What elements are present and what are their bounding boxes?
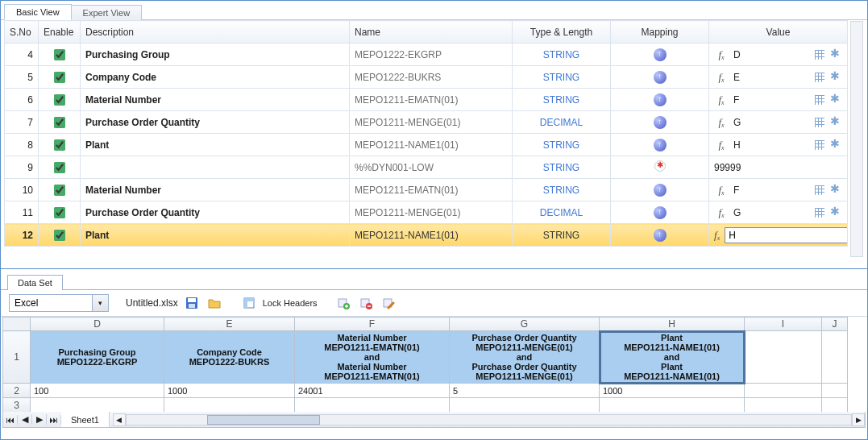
hscroll-left-icon[interactable]: ◀ xyxy=(113,413,126,426)
table-row[interactable]: 7Purchase Order QuantityMEPO1211-MENGE(0… xyxy=(5,111,848,134)
sheet-prev-icon[interactable]: ◀ xyxy=(18,414,32,425)
col-sno[interactable]: S.No xyxy=(5,21,39,44)
sheet-data-cell[interactable]: 1000 xyxy=(164,384,295,398)
table-row[interactable]: 6Material NumberMEPO1211-EMATN(01)STRING… xyxy=(5,89,848,111)
table-row[interactable]: 8PlantMEPO1211-NAME1(01)STRINGH xyxy=(5,134,848,156)
fx-icon[interactable] xyxy=(714,71,729,84)
type-link[interactable]: STRING xyxy=(543,49,579,60)
sheet-corner[interactable] xyxy=(3,318,31,331)
enable-checkbox[interactable] xyxy=(54,139,65,151)
lock-headers-label[interactable]: Lock Headers xyxy=(263,298,318,308)
lock-headers-icon[interactable] xyxy=(240,294,258,312)
enable-checkbox[interactable] xyxy=(54,162,65,173)
lookup-grid-icon[interactable] xyxy=(813,206,826,219)
sheet-header-cell[interactable]: Material NumberMEPO1211-EMATN(01)andMate… xyxy=(295,331,450,384)
value-input[interactable] xyxy=(725,227,847,243)
sheet-data-cell[interactable]: 5 xyxy=(450,384,600,398)
add-row-icon[interactable] xyxy=(334,294,352,312)
type-link[interactable]: STRING xyxy=(543,185,579,196)
source-type-combo[interactable]: ▾ xyxy=(9,294,109,312)
rowhdr-1[interactable]: 1 xyxy=(3,331,31,384)
sheet-data-cell[interactable]: 100 xyxy=(31,384,164,398)
settings-gear-icon[interactable] xyxy=(829,206,842,219)
arrow-up-icon[interactable] xyxy=(654,116,667,129)
hscroll-right-icon[interactable]: ▶ xyxy=(852,413,865,426)
sheet-data-cell[interactable] xyxy=(745,384,822,398)
delete-row-icon[interactable] xyxy=(357,294,375,312)
sheet-data-cell[interactable]: 1000 xyxy=(600,384,745,398)
error-icon[interactable] xyxy=(654,160,666,172)
table-row[interactable]: 9%%DYN001-LOWSTRING99999 xyxy=(5,156,848,179)
table-row[interactable]: 12PlantMEPO1211-NAME1(01)STRING▾ xyxy=(5,224,848,247)
arrow-up-icon[interactable] xyxy=(654,139,667,152)
rowhdr-3[interactable]: 3 xyxy=(3,398,31,413)
table-row[interactable]: 10Material NumberMEPO1211-EMATN(01)STRIN… xyxy=(5,179,848,201)
arrow-up-icon[interactable] xyxy=(654,48,667,61)
arrow-up-icon[interactable] xyxy=(654,206,667,219)
fx-icon[interactable] xyxy=(714,206,729,219)
type-link[interactable]: DECIMAL xyxy=(540,117,583,128)
table-row[interactable]: 5Company CodeMEPO1222-BUKRSSTRINGE xyxy=(5,66,848,89)
tab-basic-view[interactable]: Basic View xyxy=(4,4,72,20)
tab-data-set[interactable]: Data Set xyxy=(7,275,63,290)
sheet-header-cell[interactable]: Company CodeMEPO1222-BUKRS xyxy=(164,331,295,384)
settings-gear-icon[interactable] xyxy=(829,116,842,129)
col-value[interactable]: Value xyxy=(709,21,848,44)
lookup-grid-icon[interactable] xyxy=(813,139,826,152)
fx-icon[interactable] xyxy=(714,229,720,242)
sheet-last-icon[interactable]: ⏭ xyxy=(47,415,61,425)
enable-checkbox[interactable] xyxy=(54,49,65,60)
open-folder-icon[interactable] xyxy=(206,294,223,312)
sheet-first-icon[interactable]: ⏮ xyxy=(3,415,18,425)
colhdr-H[interactable]: H xyxy=(600,318,745,331)
colhdr-G[interactable]: G xyxy=(450,318,600,331)
lookup-grid-icon[interactable] xyxy=(813,48,826,61)
spreadsheet[interactable]: D E F G H I J 1 Purchasing GroupMEPO1222… xyxy=(2,317,866,412)
colhdr-D[interactable]: D xyxy=(31,318,164,331)
grid-scrollbar[interactable] xyxy=(850,21,863,257)
hscroll-thumb[interactable] xyxy=(207,415,320,425)
fx-icon[interactable] xyxy=(714,93,729,106)
sheet-tab[interactable]: Sheet1 xyxy=(61,412,110,427)
source-type-dropdown-icon[interactable]: ▾ xyxy=(93,294,109,312)
settings-gear-icon[interactable] xyxy=(829,71,842,84)
lookup-grid-icon[interactable] xyxy=(813,116,826,129)
sheet-header-cell[interactable] xyxy=(822,331,848,384)
arrow-up-icon[interactable] xyxy=(654,184,667,197)
fx-icon[interactable] xyxy=(714,139,729,152)
sheet-header-cell[interactable]: Purchase Order QuantityMEPO1211-MENGE(01… xyxy=(450,331,600,384)
lookup-grid-icon[interactable] xyxy=(813,184,826,197)
sheet-header-cell[interactable]: Purchasing GroupMEPO1222-EKGRP xyxy=(31,331,164,384)
arrow-up-icon[interactable] xyxy=(654,93,667,106)
arrow-up-icon[interactable] xyxy=(654,229,667,242)
colhdr-I[interactable]: I xyxy=(745,318,822,331)
lookup-grid-icon[interactable] xyxy=(813,93,826,106)
hscroll-track[interactable] xyxy=(126,414,852,425)
settings-gear-icon[interactable] xyxy=(829,93,842,106)
arrow-up-icon[interactable] xyxy=(654,71,667,84)
col-desc[interactable]: Description xyxy=(81,21,350,44)
type-link[interactable]: STRING xyxy=(543,94,579,106)
enable-checkbox[interactable] xyxy=(54,185,65,196)
source-type-input[interactable] xyxy=(9,294,93,312)
sheet-header-cell[interactable]: PlantMEPO1211-NAME1(01)andPlantMEPO1211-… xyxy=(600,331,745,384)
colhdr-J[interactable]: J xyxy=(822,318,848,331)
col-mapping[interactable]: Mapping xyxy=(611,21,709,44)
fx-icon[interactable] xyxy=(714,184,729,197)
fx-icon[interactable] xyxy=(714,116,729,129)
sheet-next-icon[interactable]: ▶ xyxy=(32,414,47,425)
col-type[interactable]: Type & Length xyxy=(513,21,611,44)
sheet-header-cell[interactable] xyxy=(745,331,822,384)
settings-gear-icon[interactable] xyxy=(829,184,842,197)
settings-gear-icon[interactable] xyxy=(829,139,842,152)
sheet-data-cell[interactable]: 24001 xyxy=(295,384,450,398)
type-link[interactable]: DECIMAL xyxy=(540,207,583,218)
enable-checkbox[interactable] xyxy=(54,117,65,128)
table-row[interactable]: 4Purchasing GroupMEPO1222-EKGRPSTRINGD xyxy=(5,44,848,66)
tab-expert-view[interactable]: Expert View xyxy=(71,5,143,20)
rowhdr-2[interactable]: 2 xyxy=(3,384,31,398)
enable-checkbox[interactable] xyxy=(54,94,65,106)
colhdr-E[interactable]: E xyxy=(164,318,295,331)
save-icon[interactable] xyxy=(183,294,201,312)
enable-checkbox[interactable] xyxy=(54,72,65,83)
